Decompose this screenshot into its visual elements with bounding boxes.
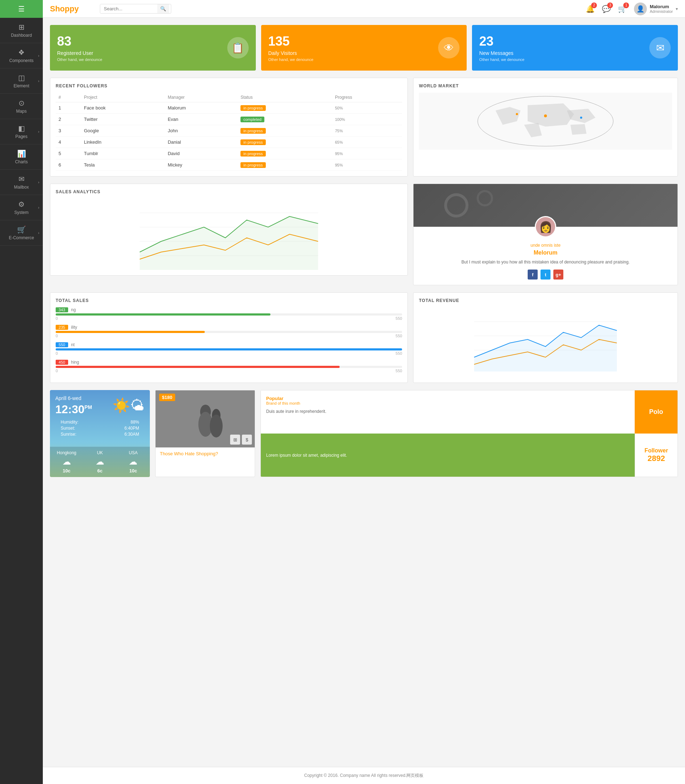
bottom-row: Aprill 6-wed 12:30PM ☀️🌤 Humidity: 88% — [50, 390, 678, 477]
bar-fill — [56, 348, 402, 350]
bar-minmax: 0550 — [56, 334, 402, 338]
table-row: 4 LinkedIn Danial in progress 65% — [56, 136, 402, 148]
shopping-action-btn-1[interactable]: ⊞ — [230, 435, 240, 445]
profile-avatar-wrap: 👩 — [535, 216, 556, 237]
weather-details: Humidity: 88% Sunset: 6:40PM Sunrise: 6:… — [55, 416, 144, 441]
cell-manager: Malorum — [165, 102, 238, 114]
cart-badge: 1 — [623, 3, 629, 8]
sidebar-item-components[interactable]: ❖ Components › — [0, 43, 43, 68]
follower-count-area: Follower 2892 — [635, 434, 677, 477]
avatar: 👩 — [535, 216, 556, 237]
cell-manager: David — [165, 148, 238, 159]
panel-title: WORLD MARKET — [419, 83, 672, 88]
row-followers-market: RECENT FOLLOWERS # Project Manager Statu… — [50, 78, 678, 177]
sidebar-item-mailbox[interactable]: ✉ Mailbox › — [0, 170, 43, 195]
status-badge: completed — [240, 117, 265, 122]
stat-card-text: 135 Daily Visitors Other hand, we denoun… — [268, 34, 313, 62]
cell-manager: Danial — [165, 136, 238, 148]
sidebar-item-charts[interactable]: 📊 Charts — [0, 144, 43, 170]
panel: TOTAL SALES 343 ng 0550 235 ility 0550 5… — [50, 292, 408, 383]
stat-card-registered: 83 Registered User Other hand, we denoun… — [50, 25, 256, 71]
cell-status: in progress — [238, 136, 332, 148]
sidebar-item-system[interactable]: ⚙ System › — [0, 195, 43, 220]
bar-label: ility — [71, 325, 77, 330]
message-button[interactable]: 💬 3 — [602, 5, 611, 13]
weather-card: Aprill 6-wed 12:30PM ☀️🌤 Humidity: 88% — [50, 390, 150, 477]
panel: SALES ANALYTICS — [50, 184, 408, 275]
chevron-right-icon: › — [38, 206, 39, 210]
header-icons: 🔔 2 💬 3 🛒 1 👤 Malorum Administrator ▾ — [586, 3, 678, 15]
table-row: 5 Tumblr David in progress 95% — [56, 148, 402, 159]
user-name: Malorum — [650, 4, 673, 9]
follower-count: 2892 — [648, 454, 665, 463]
shopping-action-btn-2[interactable]: $ — [242, 435, 252, 445]
cell-project: LinkedIn — [81, 136, 165, 148]
dashboard-icon: ⊞ — [19, 23, 24, 31]
stat-label: Registered User — [57, 50, 102, 56]
bar-fill — [56, 366, 340, 368]
svg-point-3 — [580, 117, 582, 119]
profile-card: 👩 unde omnis iste Melorum But I must exp… — [413, 184, 678, 285]
stat-label: Daily Visitors — [268, 50, 313, 56]
document-icon: 📋 — [232, 42, 244, 54]
table-row: 3 Google John in progress 75% — [56, 125, 402, 136]
user-info: Malorum Administrator — [650, 4, 673, 13]
footer: Copyright © 2016. Company name All right… — [43, 767, 685, 784]
search-input[interactable] — [100, 4, 157, 13]
twitter-button[interactable]: t — [541, 269, 550, 280]
cart-button[interactable]: 🛒 1 — [618, 5, 627, 13]
stat-card-text: 23 New Messages Other hand, we denounce — [479, 34, 524, 62]
humidity-row: Humidity: 88% — [61, 420, 139, 424]
element-icon: ◫ — [18, 73, 25, 82]
cell-progress: 95% — [332, 148, 402, 159]
revenue-chart — [419, 307, 672, 371]
bar-value: 450 — [56, 360, 68, 365]
stat-cards: 83 Registered User Other hand, we denoun… — [50, 25, 678, 71]
sidebar-item-maps[interactable]: ⊙ Maps — [0, 94, 43, 119]
bar-value: 550 — [56, 342, 68, 347]
cell-manager: John — [165, 125, 238, 136]
follower-section: Lorem ipsum dolor sit amet, adipiscing e… — [261, 434, 677, 477]
facebook-button[interactable]: f — [528, 269, 538, 280]
humidity-value: 88% — [131, 420, 139, 424]
search-bar: 🔍 — [100, 4, 171, 13]
sidebar-item-dashboard[interactable]: ⊞ Dashboard — [0, 18, 43, 43]
system-icon: ⚙ — [18, 200, 24, 209]
follower-info-text: Lorem ipsum dolor sit amet, adipiscing e… — [266, 452, 347, 458]
brand-logo-area: Polo — [635, 390, 677, 434]
chevron-down-icon: ▾ — [676, 6, 678, 11]
col-manager: Manager — [165, 93, 238, 102]
sidebar: ☰ ⊞ Dashboard ❖ Components › ◫ Element ›… — [0, 0, 43, 784]
sidebar-item-element[interactable]: ◫ Element › — [0, 68, 43, 94]
bar-value: 343 — [56, 307, 68, 312]
sunrise-value: 6:30AM — [125, 432, 139, 437]
notification-button[interactable]: 🔔 2 — [586, 5, 595, 13]
cell-num: 6 — [56, 159, 81, 171]
weather-city: UK ☁ 6c — [83, 447, 116, 477]
status-badge: in progress — [240, 105, 265, 111]
col-project: Project — [81, 93, 165, 102]
hamburger-icon: ☰ — [18, 5, 24, 13]
sidebar-item-ecommerce[interactable]: 🛒 E-Commerce › — [0, 220, 43, 246]
weather-time: 12:30PM — [55, 403, 92, 416]
bar-track — [56, 348, 402, 350]
weather-cities: Hongkong ☁ 10c UK ☁ 6c USA ☁ 10c — [50, 447, 150, 477]
cell-num: 4 — [56, 136, 81, 148]
stat-card-visitors: 135 Daily Visitors Other hand, we denoun… — [261, 25, 467, 71]
user-menu[interactable]: 👤 Malorum Administrator ▾ — [634, 3, 678, 15]
total-sales-panel: TOTAL SALES 343 ng 0550 235 ility 0550 5… — [50, 292, 408, 383]
sidebar-item-pages[interactable]: ◧ Pages › — [0, 119, 43, 144]
shopping-title-link[interactable]: Those Who Hate Shopping? — [156, 447, 255, 460]
cloud-icon: ☁ — [129, 457, 137, 467]
bar-row: 550 nt 0550 — [56, 342, 402, 355]
googleplus-button[interactable]: g+ — [554, 269, 563, 280]
pages-icon: ◧ — [18, 124, 25, 133]
header: Shoppy 🔍 🔔 2 💬 3 🛒 1 👤 Malorum Ad — [43, 0, 685, 18]
col-progress: Progress — [332, 93, 402, 102]
city-temperature: 10c — [63, 468, 71, 473]
search-button[interactable]: 🔍 — [157, 4, 169, 13]
stat-sub: Other hand, we denounce — [479, 57, 524, 62]
cell-num: 1 — [56, 102, 81, 114]
follower-label: Follower — [645, 447, 668, 454]
profile-subtitle: unde omnis iste — [419, 243, 672, 248]
